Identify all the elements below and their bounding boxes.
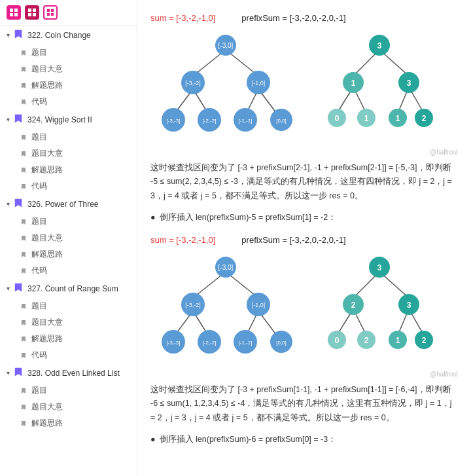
sub-item-326-3[interactable]: 代码 bbox=[16, 263, 137, 279]
sub-item-328-1[interactable]: 题目大意 bbox=[16, 399, 137, 415]
svg-text:1: 1 bbox=[364, 114, 369, 123]
formula-line-2: sum = [-3,-2,-1,0] prefixSum = [-3,-2,0,… bbox=[150, 235, 458, 245]
svg-marker-32 bbox=[15, 368, 22, 376]
section-328-title: 328. Odd Even Linked List bbox=[27, 369, 120, 378]
svg-marker-12 bbox=[15, 30, 22, 38]
svg-marker-24 bbox=[22, 236, 26, 241]
svg-text:[-1,-1]: [-1,-1] bbox=[239, 340, 253, 346]
svg-rect-5 bbox=[33, 9, 36, 12]
svg-text:[-2,-2]: [-2,-2] bbox=[203, 340, 217, 346]
section-324: ▾ 324. Wiggle Sort II 题目 题目大意 解题思路 代码 bbox=[0, 110, 137, 194]
svg-text:[-3,0]: [-3,0] bbox=[218, 42, 234, 49]
svg-text:2: 2 bbox=[422, 114, 427, 123]
section-328-header[interactable]: ▾ 328. Odd Even Linked List bbox=[0, 363, 137, 382]
svg-rect-11 bbox=[51, 13, 54, 16]
svg-text:[-1,0]: [-1,0] bbox=[252, 80, 266, 86]
sub-item-327-1[interactable]: 题目大意 bbox=[16, 314, 137, 331]
section-322: ▾ 322. Coin Change 题目 题目大意 解题思路 代码 bbox=[0, 26, 137, 110]
sub-item-327-2[interactable]: 解题思路 bbox=[16, 331, 137, 347]
sub-item-327-3[interactable]: 代码 bbox=[16, 347, 137, 363]
sidebar-icon-2 bbox=[25, 5, 39, 20]
svg-marker-14 bbox=[22, 67, 26, 72]
sub-item-326-0[interactable]: 题目 bbox=[16, 213, 137, 230]
svg-marker-31 bbox=[22, 353, 26, 358]
sub-item-322-0[interactable]: 题目 bbox=[16, 45, 137, 61]
collapse-icon-326: ▾ bbox=[4, 200, 12, 208]
section-322-subitems: 题目 题目大意 解题思路 代码 bbox=[0, 45, 137, 110]
svg-text:[-3,-2]: [-3,-2] bbox=[185, 80, 201, 86]
section-327: ▾ 327. Count of Range Sum 题目 题目大意 解题思路 代… bbox=[0, 279, 137, 363]
svg-rect-10 bbox=[47, 13, 50, 16]
tree-section-2: [-3,0] [-3,-2] [-1,0] [-3,-3] [-2,-2] [-… bbox=[150, 255, 458, 360]
svg-marker-23 bbox=[22, 219, 26, 225]
section-326-subitems: 题目 题目大意 解题思路 代码 bbox=[0, 213, 137, 279]
sub-item-322-3[interactable]: 代码 bbox=[16, 94, 137, 110]
svg-text:1: 1 bbox=[396, 336, 400, 345]
svg-marker-34 bbox=[22, 405, 26, 410]
section-324-title: 324. Wiggle Sort II bbox=[27, 115, 92, 124]
svg-text:0: 0 bbox=[335, 336, 340, 345]
svg-marker-20 bbox=[22, 168, 26, 173]
bullet-block-2: ● 倒序插入 len(prefixSum)-6 = prefixSum[0] =… bbox=[150, 433, 458, 447]
collapse-icon-328: ▾ bbox=[4, 369, 12, 377]
svg-marker-18 bbox=[22, 135, 26, 140]
collapse-icon-322: ▾ bbox=[4, 31, 12, 39]
watermark-1: @halfrost bbox=[150, 149, 458, 156]
svg-text:0: 0 bbox=[335, 114, 340, 123]
section-324-subitems: 题目 题目大意 解题思路 代码 bbox=[0, 129, 137, 194]
section-326-title: 326. Power of Three bbox=[27, 200, 99, 209]
svg-rect-4 bbox=[28, 9, 31, 12]
section-324-header[interactable]: ▾ 324. Wiggle Sort II bbox=[0, 110, 137, 129]
section-328-subitems: 题目 题目大意 解题思路 bbox=[0, 382, 137, 431]
sub-item-328-2[interactable]: 解题思路 bbox=[16, 415, 137, 431]
svg-marker-15 bbox=[22, 83, 26, 88]
section-327-header[interactable]: ▾ 327. Count of Range Sum bbox=[0, 279, 137, 298]
svg-rect-8 bbox=[47, 9, 50, 12]
svg-marker-16 bbox=[22, 100, 26, 105]
svg-text:1: 1 bbox=[351, 79, 356, 88]
svg-rect-7 bbox=[33, 13, 36, 16]
section-326-header[interactable]: ▾ 326. Power of Three bbox=[0, 194, 137, 213]
sub-item-324-3[interactable]: 代码 bbox=[16, 178, 137, 194]
sidebar-icon-1 bbox=[7, 5, 21, 20]
svg-text:[-1,-1]: [-1,-1] bbox=[239, 118, 253, 124]
section-327-subitems: 题目 题目大意 解题思路 代码 bbox=[0, 298, 137, 363]
sub-item-324-0[interactable]: 题目 bbox=[16, 129, 137, 145]
svg-text:2: 2 bbox=[364, 336, 369, 345]
bullet-text-1: 倒序插入 len(prefixSum)-5 = prefixSum[1] = -… bbox=[160, 211, 337, 225]
svg-text:3: 3 bbox=[407, 301, 411, 310]
text-block-2: 这时候查找区间变为了 [-3 + prefixSum[1-1], -1 + pr… bbox=[150, 383, 458, 425]
main-content: sum = [-3,-2,-1,0] prefixSum = [-3,-2,0,… bbox=[137, 0, 471, 476]
tree-left-2: [-3,0] [-3,-2] [-1,0] [-3,-3] [-2,-2] [-… bbox=[150, 255, 301, 360]
watermark-2: @halfrost bbox=[150, 371, 458, 378]
tree-right-2: 3 2 3 0 2 1 2 bbox=[321, 255, 438, 360]
svg-marker-25 bbox=[22, 252, 26, 257]
bullet-text-2: 倒序插入 len(prefixSum)-6 = prefixSum[0] = -… bbox=[160, 433, 337, 447]
sub-item-326-2[interactable]: 解题思路 bbox=[16, 246, 137, 263]
sub-item-328-0[interactable]: 题目 bbox=[16, 382, 137, 399]
svg-rect-2 bbox=[10, 13, 13, 16]
sub-item-322-1[interactable]: 题目大意 bbox=[16, 61, 137, 77]
sidebar-icon-3 bbox=[43, 5, 58, 20]
svg-text:[0,0]: [0,0] bbox=[276, 340, 287, 346]
tree-right-1: 3 1 3 0 1 1 2 bbox=[321, 33, 438, 138]
svg-text:[-2,-2]: [-2,-2] bbox=[203, 118, 217, 124]
svg-marker-21 bbox=[22, 184, 26, 189]
sub-item-326-1[interactable]: 题目大意 bbox=[16, 230, 137, 246]
sub-item-322-2[interactable]: 解题思路 bbox=[16, 77, 137, 94]
svg-text:2: 2 bbox=[351, 301, 356, 310]
section-322-header[interactable]: ▾ 322. Coin Change bbox=[0, 26, 137, 45]
sub-item-324-1[interactable]: 题目大意 bbox=[16, 145, 137, 162]
sub-item-327-0[interactable]: 题目 bbox=[16, 298, 137, 314]
formula-sum-1: sum = [-3,-2,-1,0] bbox=[150, 13, 215, 23]
svg-text:1: 1 bbox=[396, 114, 400, 123]
svg-text:[0,0]: [0,0] bbox=[276, 118, 287, 124]
svg-marker-35 bbox=[22, 421, 26, 426]
sub-item-324-2[interactable]: 解题思路 bbox=[16, 162, 137, 178]
svg-marker-13 bbox=[22, 50, 26, 56]
text-block-1: 这时候查找区间变为了 [-3 + prefixSum[2-1], -1 + pr… bbox=[150, 161, 458, 203]
svg-text:3: 3 bbox=[377, 263, 382, 272]
bullet-block-1: ● 倒序插入 len(prefixSum)-5 = prefixSum[1] =… bbox=[150, 211, 458, 225]
svg-text:[-3,-3]: [-3,-3] bbox=[167, 118, 181, 124]
svg-rect-6 bbox=[28, 13, 31, 16]
